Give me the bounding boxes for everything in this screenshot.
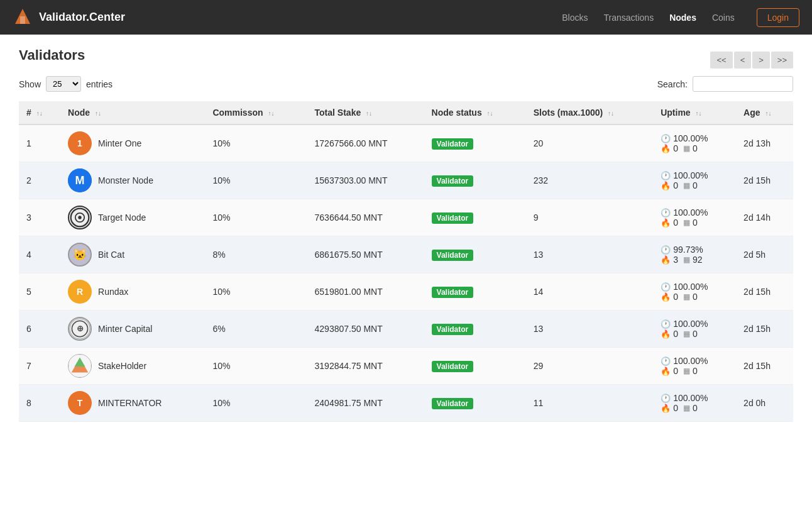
col-node[interactable]: Node ↑↓ xyxy=(60,101,205,124)
cell-uptime: 🕐100.00%🔥0▦0 xyxy=(653,162,736,199)
cell-node[interactable]: RRundax xyxy=(60,273,205,311)
table-body: 11Minter One10%17267566.00 MNTValidator2… xyxy=(19,124,793,422)
node-name: Minter One xyxy=(98,138,141,148)
entries-select[interactable]: 25 50 100 xyxy=(46,76,81,92)
col-stake[interactable]: Total Stake ↑↓ xyxy=(307,101,424,124)
node-name: Monster Node xyxy=(98,175,153,185)
cell-status: Validator xyxy=(424,236,526,273)
status-badge: Validator xyxy=(432,361,474,372)
cell-age: 2d 14h xyxy=(736,199,793,236)
blocks-icon: ▦ xyxy=(683,404,690,412)
node-name: Minter Capital xyxy=(98,324,152,334)
col-num[interactable]: # ↑↓ xyxy=(19,101,60,124)
cell-node[interactable]: MMonster Node xyxy=(60,162,205,199)
cell-commission: 8% xyxy=(205,236,307,273)
cell-age: 2d 5h xyxy=(736,236,793,273)
svg-text:M: M xyxy=(75,174,85,187)
col-age[interactable]: Age ↑↓ xyxy=(736,101,793,124)
clock-icon: 🕐 xyxy=(661,319,671,329)
node-avatar: 1 xyxy=(68,131,92,155)
search-area: Search: xyxy=(657,76,793,92)
fire-icon: 🔥 xyxy=(661,292,671,302)
page-last-btn[interactable]: >> xyxy=(771,52,793,69)
table-row: 11Minter One10%17267566.00 MNTValidator2… xyxy=(19,124,793,162)
blocks-icon: ▦ xyxy=(683,144,690,153)
fire-icon: 🔥 xyxy=(661,404,671,413)
clock-icon: 🕐 xyxy=(661,356,671,366)
table-row: 6⊕Minter Capital6%4293807.50 MNTValidato… xyxy=(19,311,793,348)
table-row: 7StakeHolder10%3192844.75 MNTValidator29… xyxy=(19,348,793,385)
cell-num: 8 xyxy=(19,385,60,422)
nav-coins[interactable]: Coins xyxy=(712,13,735,23)
cell-node[interactable]: 🐱Bit Cat xyxy=(60,236,205,273)
logo-area: Validator.Center xyxy=(13,8,562,28)
cell-status: Validator xyxy=(424,348,526,385)
node-avatar xyxy=(68,354,92,378)
entries-label: entries xyxy=(86,79,112,89)
cell-slots: 232 xyxy=(526,162,654,199)
uptime-blocks: 0 xyxy=(693,218,698,228)
nav-nodes[interactable]: Nodes xyxy=(669,13,696,23)
svg-rect-1 xyxy=(20,16,25,24)
svg-text:🐱: 🐱 xyxy=(73,248,87,262)
cell-node[interactable]: Target Node xyxy=(60,199,205,236)
uptime-fire: 0 xyxy=(673,329,678,339)
cell-stake: 6861675.50 MNT xyxy=(307,236,424,273)
svg-point-6 xyxy=(78,216,81,219)
clock-icon: 🕐 xyxy=(661,282,671,292)
uptime-blocks: 0 xyxy=(693,366,698,376)
cell-status: Validator xyxy=(424,273,526,311)
uptime-blocks: 0 xyxy=(693,403,698,413)
cell-status: Validator xyxy=(424,199,526,236)
search-input[interactable] xyxy=(693,76,793,92)
col-commission[interactable]: Commisson ↑↓ xyxy=(205,101,307,124)
col-uptime[interactable]: Uptime ↑↓ xyxy=(653,101,736,124)
cell-node[interactable]: ⊕Minter Capital xyxy=(60,311,205,348)
cell-num: 3 xyxy=(19,199,60,236)
uptime-pct: 100.00% xyxy=(673,356,708,366)
page-first-btn[interactable]: << xyxy=(710,52,732,69)
cell-slots: 14 xyxy=(526,273,654,311)
cell-node[interactable]: StakeHolder xyxy=(60,348,205,385)
show-entries: Show 25 50 100 entries xyxy=(19,76,112,92)
col-status[interactable]: Node status ↑↓ xyxy=(424,101,526,124)
fire-icon: 🔥 xyxy=(661,218,671,228)
cell-slots: 9 xyxy=(526,199,654,236)
cell-stake: 15637303.00 MNT xyxy=(307,162,424,199)
node-name: StakeHolder xyxy=(98,361,146,371)
cell-slots: 13 xyxy=(526,311,654,348)
cell-stake: 17267566.00 MNT xyxy=(307,124,424,162)
cell-age: 2d 15h xyxy=(736,348,793,385)
cell-age: 2d 0h xyxy=(736,385,793,422)
nav-transactions[interactable]: Transactions xyxy=(604,13,654,23)
cell-age: 2d 15h xyxy=(736,162,793,199)
status-badge: Validator xyxy=(432,398,474,409)
uptime-blocks: 0 xyxy=(693,292,698,302)
cell-stake: 4293807.50 MNT xyxy=(307,311,424,348)
cell-age: 2d 13h xyxy=(736,124,793,162)
clock-icon: 🕐 xyxy=(661,134,671,143)
login-button[interactable]: Login xyxy=(757,8,799,27)
uptime-fire: 0 xyxy=(673,180,678,190)
col-slots[interactable]: Slots (max.1000) ↑↓ xyxy=(526,101,654,124)
uptime-pct: 100.00% xyxy=(673,170,708,180)
blocks-icon: ▦ xyxy=(683,329,690,338)
node-avatar: 🐱 xyxy=(68,243,92,267)
cell-node[interactable]: TMINTERNATOR xyxy=(60,385,205,422)
node-avatar: T xyxy=(68,391,92,415)
logo-icon xyxy=(13,8,33,28)
uptime-pct: 99.73% xyxy=(673,245,703,255)
cell-uptime: 🕐100.00%🔥0▦0 xyxy=(653,311,736,348)
fire-icon: 🔥 xyxy=(661,181,671,190)
cell-node[interactable]: 1Minter One xyxy=(60,124,205,162)
cell-status: Validator xyxy=(424,311,526,348)
nav-blocks[interactable]: Blocks xyxy=(562,13,588,23)
cell-uptime: 🕐100.00%🔥0▦0 xyxy=(653,199,736,236)
cell-num: 7 xyxy=(19,348,60,385)
page-prev-btn[interactable]: < xyxy=(734,52,752,69)
search-label: Search: xyxy=(657,79,688,89)
cell-commission: 6% xyxy=(205,311,307,348)
node-name: Bit Cat xyxy=(98,250,124,260)
blocks-icon: ▦ xyxy=(683,181,690,190)
page-next-btn[interactable]: > xyxy=(752,52,770,69)
